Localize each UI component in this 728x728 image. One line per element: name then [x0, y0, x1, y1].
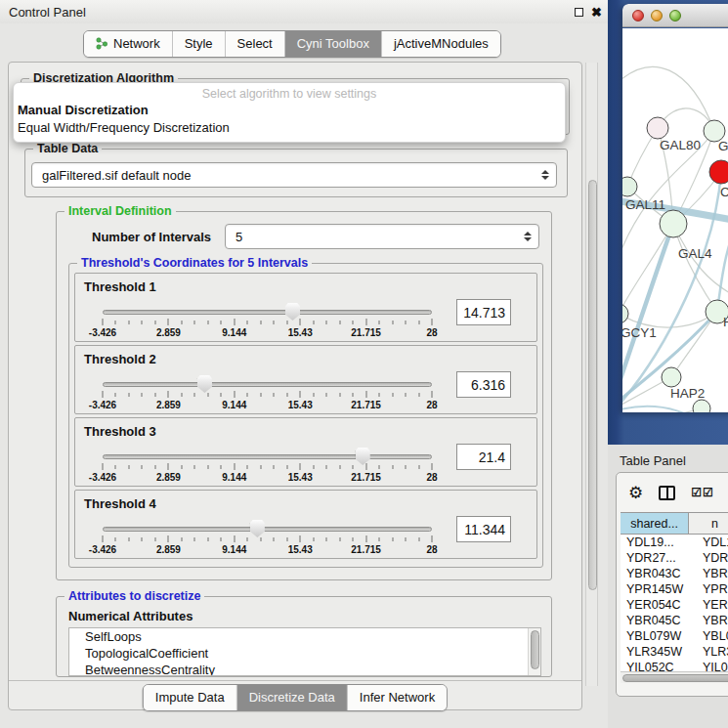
close-icon[interactable]: ✖ — [591, 6, 602, 19]
table-header-row: shared... n — [621, 513, 728, 535]
threshold-value-field[interactable]: 6.316 — [456, 371, 511, 398]
network-edge[interactable] — [622, 66, 714, 131]
float-window-icon[interactable] — [575, 8, 583, 17]
threshold-value-field[interactable]: 14.713 — [456, 299, 511, 325]
table-row[interactable]: YPR145WYPR1 — [621, 581, 728, 597]
number-of-intervals-combobox[interactable]: 5 — [225, 224, 539, 249]
network-node[interactable] — [622, 304, 628, 323]
interval-definition-group: Interval Definition Number of Intervals … — [56, 211, 552, 580]
table-horizontal-scrollbar[interactable] — [621, 671, 728, 683]
table-row[interactable]: YDR27...YDR2 — [621, 550, 728, 566]
algorithm-placeholder-option[interactable]: Select algorithm to view settings — [14, 85, 565, 102]
tab-discretize-data[interactable]: Discretize Data — [237, 685, 348, 710]
table-row[interactable]: YBR043CYBR0 — [621, 566, 728, 581]
node-label: GAL11 — [625, 197, 665, 212]
threshold-coordinates-group: Threshold's Coordinates for 5 Intervals … — [68, 263, 543, 568]
threshold-box: Threshold 1 -3.4262.8599.14415.4321.7152… — [74, 273, 537, 342]
bottom-tab-strip: Impute DataDiscretize DataInfer Network — [143, 684, 448, 711]
tab-cyni-toolbox[interactable]: Cyni Toolbox — [285, 31, 382, 57]
table-row[interactable]: YIL052CYIL0 — [621, 660, 728, 671]
panel-vertical-scrollbar[interactable] — [585, 63, 598, 686]
gear-icon[interactable]: ⚙ — [628, 485, 643, 501]
attribute-list-item[interactable]: SelfLoops — [69, 628, 540, 645]
node-label: C — [720, 185, 728, 199]
algorithm-option[interactable]: Manual Discretization — [14, 102, 565, 119]
slider-track[interactable] — [103, 527, 432, 532]
network-window-titlebar — [622, 4, 728, 27]
table-panel: ⚙ ☑☑ shared... n YDL19...YDL1YDR27...YDR… — [616, 472, 728, 697]
node-label: GCY1 — [622, 325, 657, 340]
slider-track[interactable] — [103, 454, 432, 459]
threshold-slider[interactable]: -3.4262.8599.14415.4321.71528 — [103, 446, 432, 483]
network-node[interactable] — [662, 367, 681, 387]
zoom-traffic-light[interactable] — [669, 10, 681, 21]
table-row[interactable]: YBR045CYBR0 — [621, 613, 728, 628]
top-tab-strip: NetworkStyleSelectCyni ToolboxjActiveMNo… — [83, 30, 501, 58]
cell-shared-name: YBR043C — [621, 566, 697, 581]
algorithm-dropdown-popup: Select algorithm to view settings Manual… — [13, 82, 566, 143]
network-edge[interactable] — [622, 408, 702, 412]
network-node[interactable] — [709, 160, 728, 184]
combo-arrows-icon — [541, 170, 549, 180]
network-node[interactable] — [693, 400, 710, 412]
threshold-value-field[interactable]: 21.4 — [456, 444, 511, 470]
tab-style[interactable]: Style — [173, 31, 226, 57]
control-panel: Control Panel ✖ NetworkStyleSelectCyni T… — [0, 0, 608, 728]
column-header-name[interactable]: n — [689, 513, 728, 534]
tab-impute-data[interactable]: Impute Data — [144, 685, 237, 710]
table-panel-region: Table Panel ⚙ ☑☑ shared... n YDL19...YDL… — [608, 445, 728, 728]
slider-scale-labels: -3.4262.8599.14415.4321.71528 — [103, 472, 432, 483]
threshold-value-field[interactable]: 11.344 — [456, 516, 511, 542]
interval-definition-title: Interval Definition — [64, 204, 176, 218]
select-columns-icons[interactable]: ☑☑ — [691, 486, 714, 499]
table-row[interactable]: YDL19...YDL1 — [621, 535, 728, 550]
tab-label: Style — [185, 36, 213, 51]
attribute-list-item[interactable]: TopologicalCoefficient — [69, 645, 540, 662]
table-data-combobox[interactable]: galFiltered.sif default node — [31, 162, 557, 188]
network-node[interactable] — [647, 117, 668, 139]
algorithm-option[interactable]: Equal Width/Frequency Discretization — [14, 119, 565, 137]
threshold-coordinates-title: Threshold's Coordinates for 5 Intervals — [77, 256, 312, 270]
number-of-intervals-value: 5 — [236, 230, 242, 244]
tab-label: Network — [113, 36, 160, 51]
network-node[interactable] — [660, 210, 687, 237]
attribute-list-item[interactable]: BetweennessCentrality — [69, 662, 540, 676]
table-data-title: Table Data — [33, 142, 102, 155]
slider-scale-labels: -3.4262.8599.14415.4321.71528 — [103, 544, 432, 555]
split-columns-icon[interactable] — [659, 486, 675, 500]
threshold-label: Threshold 2 — [84, 352, 156, 366]
tab-label: Select — [237, 36, 273, 51]
threshold-slider[interactable]: -3.4262.8599.14415.4321.71528 — [103, 301, 432, 338]
node-label: HAP2 — [670, 386, 705, 401]
tab-infer-network[interactable]: Infer Network — [348, 685, 447, 710]
tab-network[interactable]: Network — [84, 31, 173, 57]
tab-jactivemnodules[interactable]: jActiveMNodules — [382, 31, 500, 57]
node-label: H — [723, 315, 728, 329]
network-canvas[interactable]: GAL80GAL11GAL4GCY1HAP2GACH — [622, 28, 728, 412]
table-row[interactable]: YBL079WYBL0 — [621, 628, 728, 644]
network-node[interactable] — [622, 177, 637, 196]
slider-track[interactable] — [103, 310, 432, 315]
table-row[interactable]: YLR345WYLR3 — [621, 644, 728, 660]
slider-ticks — [103, 319, 432, 326]
close-traffic-light[interactable] — [632, 10, 644, 21]
cell-shared-name: YBL079W — [621, 628, 697, 644]
slider-track[interactable] — [103, 382, 432, 387]
table-row[interactable]: YER054CYER0 — [621, 597, 728, 613]
cell-shared-name: YBR045C — [621, 613, 697, 628]
numerical-attributes-list[interactable]: SelfLoopsTopologicalCoefficientBetweenne… — [68, 627, 541, 676]
threshold-slider[interactable]: -3.4262.8599.14415.4321.71528 — [103, 373, 432, 410]
minimize-traffic-light[interactable] — [651, 10, 663, 21]
column-header-shared-name[interactable]: shared... — [621, 513, 689, 534]
tab-label: Infer Network — [360, 690, 435, 705]
threshold-slider[interactable]: -3.4262.8599.14415.4321.71528 — [103, 518, 432, 555]
tab-select[interactable]: Select — [226, 31, 285, 57]
threshold-box: Threshold 2 -3.4262.8599.14415.4321.7152… — [74, 345, 537, 414]
threshold-box: Threshold 3 -3.4262.8599.14415.4321.7152… — [74, 417, 537, 487]
attributes-list-scrollbar[interactable] — [528, 628, 540, 675]
threshold-label: Threshold 3 — [84, 424, 156, 439]
slider-ticks — [103, 391, 432, 399]
slider-scale-labels: -3.4262.8599.14415.4321.71528 — [103, 400, 432, 410]
tab-label: Impute Data — [155, 690, 225, 705]
threshold-label: Threshold 1 — [84, 279, 156, 294]
